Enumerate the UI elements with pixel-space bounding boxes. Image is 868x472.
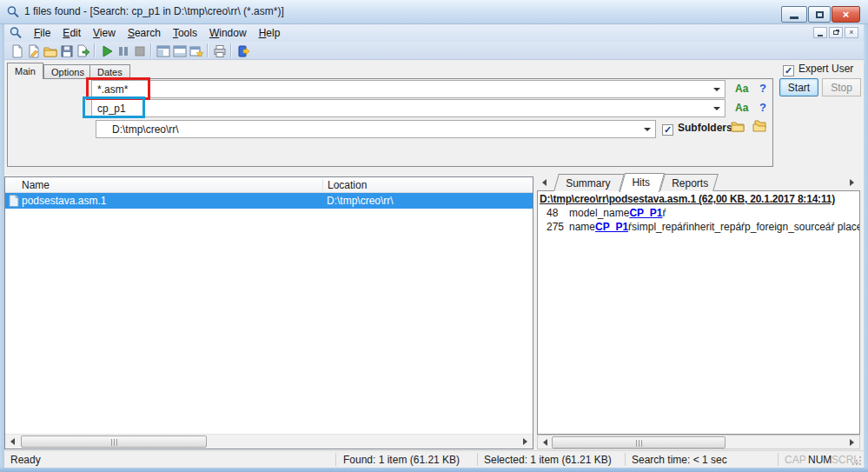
menu-edit[interactable]: Edit xyxy=(56,25,87,41)
preview-hscrollbar[interactable] xyxy=(537,435,860,449)
checkmark-icon: ✓ xyxy=(783,65,794,76)
tab-main[interactable]: Main xyxy=(7,63,43,79)
expression-help-button[interactable]: ? xyxy=(759,82,766,95)
browse-folder-button[interactable] xyxy=(731,120,745,135)
file-name-input[interactable]: *.asm* xyxy=(91,80,726,98)
stop-button[interactable]: Stop xyxy=(822,78,861,96)
look-in-input[interactable]: D:\tmp\creo\rr\ xyxy=(96,120,656,138)
chevron-down-icon[interactable] xyxy=(713,88,720,91)
containing-text-input[interactable]: cp_p1 xyxy=(91,99,726,117)
folder-icon xyxy=(731,120,745,132)
column-separator[interactable] xyxy=(322,179,323,191)
maximize-button[interactable] xyxy=(808,6,831,23)
view-layout-button[interactable] xyxy=(171,43,189,59)
menu-tools[interactable]: Tools xyxy=(167,25,203,41)
toolbar xyxy=(4,42,864,60)
hit-text-pre: name xyxy=(569,221,595,233)
hit-line[interactable]: 275nameCP_P1ŕsimpl_repáŕinherit_repáŕp_f… xyxy=(540,221,859,233)
pause-search-button[interactable] xyxy=(115,43,132,59)
mdi-restore-button[interactable] xyxy=(829,27,843,38)
scroll-right-button[interactable] xyxy=(845,435,859,449)
results-panel: Name Location podsestava.asm.1 D:\tmp\cr… xyxy=(4,176,533,449)
expert-user-checkbox[interactable]: ✓Expert User xyxy=(783,63,853,76)
file-name-value: *.asm* xyxy=(97,83,128,96)
new-search-button[interactable] xyxy=(9,43,26,59)
export-icon xyxy=(76,44,90,58)
scrollbar-thumb[interactable] xyxy=(552,436,726,449)
tab-options[interactable]: Options xyxy=(43,64,92,78)
menu-help[interactable]: Help xyxy=(253,25,287,41)
status-divider xyxy=(335,453,336,466)
mdi-minimize-button[interactable] xyxy=(813,27,827,38)
match-case-toggle[interactable]: Aa xyxy=(735,83,748,95)
start-search-button[interactable] xyxy=(98,43,116,59)
match-case-toggle[interactable]: Aa xyxy=(735,102,748,114)
save-button[interactable] xyxy=(58,43,76,59)
scroll-right-button[interactable] xyxy=(518,435,533,449)
hit-line[interactable]: 48model_nameCP_P1ŕ xyxy=(540,207,859,219)
chevron-down-icon[interactable] xyxy=(713,107,720,110)
toolbar-separator xyxy=(150,43,151,57)
titlebar[interactable]: 1 files found - [Search: cp_p1 in D:\tmp… xyxy=(0,0,868,24)
status-search-time: Search time: < 1 sec xyxy=(632,454,727,466)
menu-file[interactable]: File xyxy=(28,25,56,41)
expression-help-button[interactable]: ? xyxy=(759,101,766,114)
tab-summary[interactable]: Summary xyxy=(553,174,625,191)
scrollbar-thumb[interactable] xyxy=(21,435,207,448)
hit-file-header[interactable]: D:\tmp\creo\rr\podsestava.asm.1 (62,00 K… xyxy=(540,193,859,205)
new-window-button[interactable] xyxy=(188,43,205,59)
open-search-results-button[interactable] xyxy=(25,43,43,59)
hit-match[interactable]: CP_P1 xyxy=(629,207,662,219)
pause-icon xyxy=(116,44,130,58)
status-caps-lock: CAP xyxy=(785,454,806,466)
multi-folder-button[interactable] xyxy=(752,120,766,135)
document-magnifier-icon xyxy=(9,26,23,40)
exit-button[interactable] xyxy=(235,43,252,59)
preview-tabstrip: Summary Hits Reports xyxy=(537,172,860,191)
look-in-value: D:\tmp\creo\rr\ xyxy=(112,123,179,136)
arrow-left-icon xyxy=(542,179,547,186)
column-name[interactable]: Name xyxy=(22,179,50,191)
hit-match[interactable]: CP_P1 xyxy=(595,221,628,233)
app-magnifier-icon xyxy=(6,5,20,19)
folders-stack-icon xyxy=(752,120,766,132)
tab-hits[interactable]: Hits xyxy=(620,173,665,192)
menu-view[interactable]: View xyxy=(87,25,122,41)
thumb-grip xyxy=(636,440,643,447)
column-location[interactable]: Location xyxy=(328,179,367,191)
stop-search-button[interactable] xyxy=(131,43,149,59)
tab-dates[interactable]: Dates xyxy=(89,64,130,78)
print-button[interactable] xyxy=(211,43,229,59)
tabs-scroll-left-button[interactable] xyxy=(539,177,549,188)
open-button[interactable] xyxy=(42,43,59,59)
minimize-icon xyxy=(790,17,798,19)
hit-text-post: ŕ xyxy=(662,207,666,219)
view-search-form-button[interactable] xyxy=(155,43,172,59)
tab-reports[interactable]: Reports xyxy=(659,174,719,191)
subfolders-checkbox[interactable]: ✓Subfolders xyxy=(662,122,732,136)
window-title: 1 files found - [Search: cp_p1 in D:\tmp… xyxy=(24,0,284,23)
scroll-left-button[interactable] xyxy=(538,435,553,449)
mdi-close-button[interactable]: × xyxy=(845,27,858,38)
menu-window[interactable]: Window xyxy=(203,25,253,41)
results-hscrollbar[interactable] xyxy=(5,434,533,449)
export-button[interactable] xyxy=(75,43,92,59)
status-ready: Ready xyxy=(10,454,41,466)
hit-text-post: ŕsimpl_repáŕinherit_repáŕp_foreign_sourc… xyxy=(628,221,860,233)
preview-panel: Summary Hits Reports D:\tmp\creo\rr\pods… xyxy=(537,172,860,449)
close-button[interactable]: × xyxy=(832,6,860,23)
arrow-left-icon xyxy=(543,439,547,446)
arrow-right-icon xyxy=(850,439,854,446)
scroll-left-button[interactable] xyxy=(5,435,20,449)
chevron-down-icon[interactable] xyxy=(644,128,651,131)
menu-search[interactable]: Search xyxy=(122,25,167,41)
result-location: D:\tmp\creo\rr\ xyxy=(327,195,394,207)
minimize-button[interactable] xyxy=(781,6,807,23)
start-button[interactable]: Start xyxy=(779,78,818,96)
resize-grip[interactable] xyxy=(851,455,862,469)
exit-icon xyxy=(236,44,250,58)
window-border-bottom xyxy=(0,468,868,472)
tabs-scroll-right-button[interactable] xyxy=(846,177,857,188)
hit-line-number: 275 xyxy=(540,221,569,233)
result-row[interactable]: podsestava.asm.1 D:\tmp\creo\rr\ xyxy=(5,193,533,209)
